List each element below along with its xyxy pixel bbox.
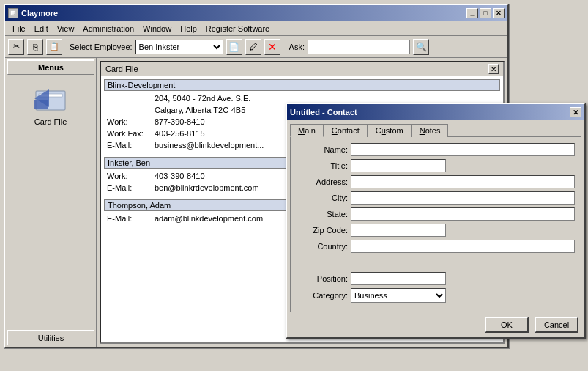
form-row-position: Position:: [297, 272, 575, 285]
category-label: Category:: [297, 291, 348, 300]
city-label: City:: [297, 194, 348, 202]
tab-notes[interactable]: Notes: [412, 124, 449, 137]
menu-register[interactable]: Register Software: [201, 23, 274, 34]
card-file-label: Card File: [34, 117, 67, 126]
tab-custom[interactable]: Custom: [368, 124, 412, 137]
app-icon: ⊞: [8, 8, 18, 18]
country-input[interactable]: [351, 240, 575, 253]
contact-dialog-title: Untitled - Contact: [290, 108, 357, 117]
form-row-city: City:: [297, 191, 575, 205]
card-file-title-text: Card File: [105, 65, 138, 73]
employee-edit-button[interactable]: 🖊: [245, 39, 261, 55]
address-input[interactable]: [351, 175, 575, 188]
close-button[interactable]: ✕: [493, 8, 505, 18]
menu-edit[interactable]: Edit: [30, 23, 53, 34]
paste-button[interactable]: 📋: [46, 39, 62, 55]
menu-window[interactable]: Window: [138, 23, 176, 34]
card-file-titlebar: Card File ✕: [101, 62, 503, 76]
panel-icon-area: Card File: [5, 76, 96, 328]
select-employee-label: Select Employee:: [70, 43, 133, 51]
title-bar-buttons: _ □ ✕: [466, 8, 505, 18]
card-file-close-button[interactable]: ✕: [488, 64, 499, 74]
position-input[interactable]: [351, 272, 446, 285]
svg-rect-2: [34, 100, 48, 109]
main-title-bar: ⊞ Claymore _ □ ✕: [5, 5, 507, 21]
form-row-category: Category: Business Personal Other: [297, 288, 575, 303]
card-icon-image: [33, 85, 68, 114]
title-input[interactable]: [351, 159, 446, 172]
contact-dialog-titlebar: Untitled - Contact ✕: [287, 104, 584, 120]
contact-dialog: Untitled - Contact ✕ Main Contact Custom…: [286, 103, 586, 339]
country-label: Country:: [297, 242, 348, 251]
form-row-title: Title:: [297, 159, 575, 172]
menus-header: Menus: [7, 59, 94, 75]
menu-bar: File Edit View Administration Window Hel…: [5, 21, 507, 36]
dialog-buttons: OK Cancel: [287, 312, 584, 337]
menu-view[interactable]: View: [53, 23, 79, 34]
menu-help[interactable]: Help: [176, 23, 201, 34]
title-label: Title:: [297, 161, 348, 170]
menu-administration[interactable]: Administration: [78, 23, 138, 34]
minimize-button[interactable]: _: [466, 8, 478, 18]
form-row-zip: Zip Code:: [297, 224, 575, 237]
tab-contact[interactable]: Contact: [324, 124, 368, 137]
copy-button[interactable]: ⎘: [27, 39, 43, 55]
ok-button[interactable]: OK: [485, 317, 529, 333]
card-file-icon[interactable]: Card File: [25, 84, 76, 128]
employee-select[interactable]: Ben Inkster: [135, 40, 223, 54]
city-input[interactable]: [351, 191, 575, 205]
tab-main[interactable]: Main: [290, 124, 324, 137]
card-name-blink[interactable]: Blink-Development: [104, 79, 500, 91]
cut-button[interactable]: ✂: [8, 39, 24, 55]
form-row-name: Name:: [297, 143, 575, 156]
main-window-title: Claymore: [21, 9, 58, 18]
dialog-close-button[interactable]: ✕: [570, 107, 581, 117]
category-select[interactable]: Business Personal Other: [351, 288, 446, 303]
employee-delete-button[interactable]: ✕: [264, 39, 280, 55]
name-input[interactable]: [351, 143, 575, 156]
ask-search-button[interactable]: 🔍: [413, 39, 429, 55]
ask-label: Ask:: [289, 43, 305, 51]
form-row-blank: [297, 256, 575, 269]
form-row-country: Country:: [297, 240, 575, 253]
position-label: Position:: [297, 274, 348, 283]
zip-label: Zip Code:: [297, 226, 348, 235]
tab-content-main: Name: Title: Address: City: State: Zip C…: [290, 136, 581, 312]
state-input[interactable]: [351, 207, 575, 221]
form-row-state: State:: [297, 207, 575, 221]
address-label: Address:: [297, 177, 348, 186]
zip-input[interactable]: [351, 224, 446, 237]
ask-input[interactable]: [308, 40, 410, 54]
tab-bar: Main Contact Custom Notes: [287, 120, 584, 136]
utilities-button[interactable]: Utilities: [7, 330, 94, 345]
toolbar: ✂ ⎘ 📋 Select Employee: Ben Inkster 📄 🖊 ✕…: [5, 36, 507, 58]
cancel-button[interactable]: Cancel: [535, 317, 578, 333]
left-panel: Menus Card File Utilities: [5, 58, 97, 347]
dialog-title-buttons: ✕: [570, 107, 581, 117]
menu-file[interactable]: File: [8, 23, 30, 34]
form-row-address: Address:: [297, 175, 575, 188]
name-label: Name:: [297, 145, 348, 154]
maximize-button[interactable]: □: [480, 8, 491, 18]
state-label: State:: [297, 210, 348, 218]
employee-new-button[interactable]: 📄: [226, 39, 242, 55]
